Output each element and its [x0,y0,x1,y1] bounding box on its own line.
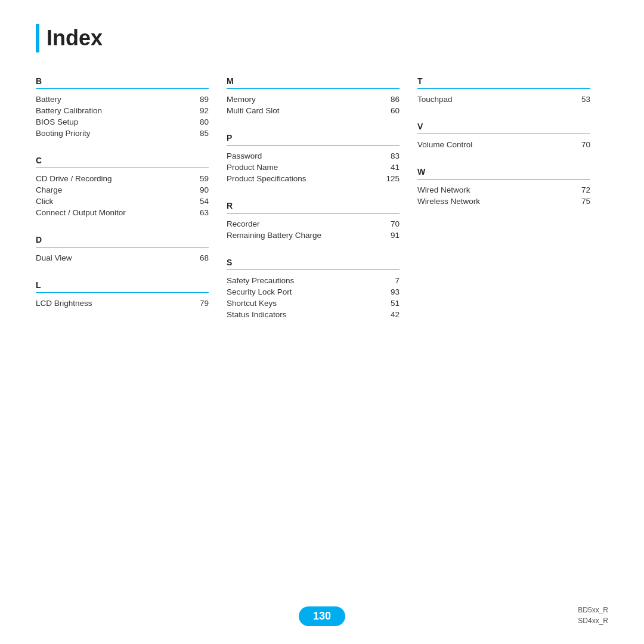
section-letter-l: L [36,280,209,290]
index-entry: Battery89 [36,94,209,105]
section-r: RRecorder70Remaining Battery Charge91 [227,201,400,241]
entry-page: 80 [185,117,209,126]
section-d: DDual View68 [36,235,209,264]
section-divider [36,168,209,168]
entry-label: Product Specifications [227,174,376,183]
section-p: PPassword83Product Name41Product Specifi… [227,133,400,184]
entry-label: Security Lock Port [227,287,376,296]
entry-page: 70 [566,140,590,149]
entry-label: Product Name [227,163,376,172]
section-divider [417,134,590,134]
entry-page: 91 [376,231,400,240]
entry-label: Wireless Network [417,197,566,206]
entry-page: 93 [376,287,400,296]
entry-page: 53 [566,95,590,104]
column-0: BBattery89Battery Calibration92BIOS Setu… [36,76,227,337]
entry-label: Recorder [227,219,376,228]
index-entry: Dual View68 [36,252,209,264]
page-number: 130 [299,606,345,626]
index-entry: Product Name41 [227,162,400,173]
index-columns: BBattery89Battery Calibration92BIOS Setu… [36,76,608,337]
index-entry: Multi Card Slot60 [227,105,400,116]
title-bar [36,24,39,52]
section-letter-t: T [417,76,590,86]
title-section: Index [36,24,608,52]
index-entry: Shortcut Keys51 [227,298,400,309]
section-t: TTouchpad53 [417,76,590,105]
section-divider [36,292,209,293]
index-entry: Wired Network72 [417,184,590,196]
section-m: MMemory86Multi Card Slot60 [227,76,400,116]
entry-label: Password [227,151,376,160]
section-divider [227,270,400,270]
entry-page: 79 [185,299,209,308]
index-entry: Product Specifications125 [227,173,400,184]
index-entry: CD Drive / Recording59 [36,173,209,184]
entry-label: CD Drive / Recording [36,174,185,183]
entry-label: Safety Precautions [227,276,376,285]
section-divider [36,247,209,247]
section-c: CCD Drive / Recording59Charge90Click54Co… [36,156,209,218]
section-letter-w: W [417,167,590,177]
entry-page: 63 [185,208,209,217]
section-s: SSafety Precautions7Security Lock Port93… [227,258,400,320]
entry-page: 75 [566,197,590,206]
entry-label: Shortcut Keys [227,299,376,308]
entry-page: 41 [376,163,400,172]
section-letter-v: V [417,122,590,131]
index-entry: Click54 [36,196,209,207]
entry-page: 89 [185,95,209,104]
index-entry: Recorder70 [227,218,400,230]
model-line2: SD4xx_R [578,615,608,626]
entry-label: Charge [36,185,185,194]
section-b: BBattery89Battery Calibration92BIOS Setu… [36,76,209,139]
entry-page: 51 [376,299,400,308]
model-number: BD5xx_R SD4xx_R [578,605,608,626]
entry-page: 7 [376,276,400,285]
column-1: MMemory86Multi Card Slot60PPassword83Pro… [227,76,417,337]
index-entry: BIOS Setup80 [36,116,209,128]
entry-label: Multi Card Slot [227,106,376,115]
entry-page: 42 [376,310,400,319]
entry-page: 83 [376,151,400,160]
entry-label: Battery [36,95,185,104]
entry-label: Dual View [36,253,185,262]
entry-label: BIOS Setup [36,117,185,126]
entry-label: Click [36,197,185,206]
section-letter-d: D [36,235,209,244]
index-entry: Battery Calibration92 [36,105,209,116]
entry-page: 85 [185,129,209,138]
section-v: VVolume Control70 [417,122,590,150]
index-entry: Remaining Battery Charge91 [227,230,400,241]
section-letter-c: C [36,156,209,165]
section-letter-p: P [227,133,400,143]
entry-label: LCD Brightness [36,299,185,308]
entry-label: Volume Control [417,140,566,149]
entry-page: 59 [185,174,209,183]
entry-label: Remaining Battery Charge [227,231,376,240]
entry-label: Touchpad [417,95,566,104]
entry-label: Memory [227,95,376,104]
section-divider [417,88,590,89]
entry-label: Connect / Output Monitor [36,208,185,217]
entry-label: Wired Network [417,185,566,194]
entry-page: 54 [185,197,209,206]
index-entry: Status Indicators42 [227,309,400,320]
entry-label: Status Indicators [227,310,376,319]
index-entry: Touchpad53 [417,94,590,105]
entry-page: 90 [185,185,209,194]
column-2: TTouchpad53VVolume Control70WWired Netwo… [417,76,608,337]
index-entry: Booting Priority85 [36,128,209,139]
index-entry: Volume Control70 [417,139,590,150]
index-entry: Security Lock Port93 [227,286,400,298]
model-line1: BD5xx_R [578,605,608,615]
entry-page: 60 [376,106,400,115]
page-title: Index [47,26,103,51]
index-entry: LCD Brightness79 [36,298,209,309]
entry-page: 92 [185,106,209,115]
section-divider [36,88,209,89]
section-l: LLCD Brightness79 [36,280,209,309]
footer: 130 [0,606,644,626]
index-entry: Connect / Output Monitor63 [36,207,209,218]
index-entry: Safety Precautions7 [227,275,400,286]
